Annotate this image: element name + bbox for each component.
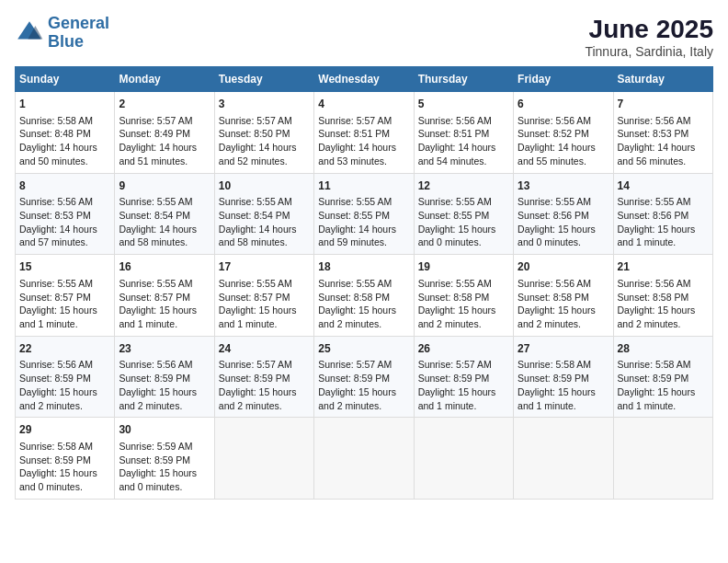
- day-number: 29: [19, 422, 110, 438]
- table-row: 10Sunrise: 5:55 AMSunset: 8:54 PMDayligh…: [214, 173, 313, 255]
- daylight-label: Daylight: 15 hours and 2 minutes.: [518, 304, 596, 329]
- sunset-label: Sunset: 8:59 PM: [119, 373, 190, 384]
- daylight-label: Daylight: 14 hours and 58 minutes.: [119, 224, 197, 248]
- table-row: [514, 418, 613, 500]
- sunrise-label: Sunrise: 5:56 AM: [518, 115, 591, 126]
- sunrise-label: Sunrise: 5:56 AM: [418, 115, 492, 126]
- sunset-label: Sunset: 8:53 PM: [19, 210, 91, 221]
- col-saturday: Saturday: [613, 67, 712, 92]
- table-row: 7Sunrise: 5:56 AMSunset: 8:53 PMDaylight…: [613, 92, 712, 174]
- day-number: 1: [19, 97, 110, 112]
- col-sunday: Sunday: [16, 67, 115, 92]
- sunset-label: Sunset: 8:58 PM: [518, 292, 589, 303]
- day-number: 22: [19, 341, 110, 357]
- sunrise-label: Sunrise: 5:57 AM: [219, 115, 292, 126]
- sunrise-label: Sunrise: 5:55 AM: [518, 196, 591, 207]
- sunset-label: Sunset: 8:59 PM: [418, 373, 490, 384]
- sunrise-label: Sunrise: 5:56 AM: [518, 278, 591, 289]
- sunset-label: Sunset: 8:59 PM: [19, 373, 91, 384]
- sunset-label: Sunset: 8:59 PM: [618, 373, 689, 384]
- calendar-row: 15Sunrise: 5:55 AMSunset: 8:57 PMDayligh…: [16, 255, 713, 337]
- sunrise-label: Sunrise: 5:57 AM: [318, 359, 392, 370]
- sunrise-label: Sunrise: 5:56 AM: [19, 196, 93, 207]
- logo-text: General Blue: [48, 15, 109, 52]
- sunset-label: Sunset: 8:59 PM: [119, 454, 190, 465]
- table-row: 3Sunrise: 5:57 AMSunset: 8:50 PMDaylight…: [214, 92, 313, 174]
- day-number: 21: [618, 259, 709, 275]
- col-friday: Friday: [514, 67, 613, 92]
- day-number: 6: [518, 97, 609, 112]
- sunrise-label: Sunrise: 5:55 AM: [219, 196, 292, 207]
- daylight-label: Daylight: 15 hours and 2 minutes.: [318, 304, 396, 329]
- table-row: 15Sunrise: 5:55 AMSunset: 8:57 PMDayligh…: [16, 255, 115, 337]
- day-number: 14: [618, 178, 709, 194]
- sunrise-label: Sunrise: 5:57 AM: [318, 115, 392, 126]
- day-number: 18: [318, 259, 409, 275]
- sunset-label: Sunset: 8:50 PM: [219, 128, 290, 139]
- table-row: 2Sunrise: 5:57 AMSunset: 8:49 PMDaylight…: [115, 92, 214, 174]
- table-row: 27Sunrise: 5:58 AMSunset: 8:59 PMDayligh…: [514, 336, 613, 418]
- calendar-header-row: Sunday Monday Tuesday Wednesday Thursday…: [16, 67, 713, 92]
- table-row: 9Sunrise: 5:55 AMSunset: 8:54 PMDaylight…: [115, 173, 214, 255]
- sunrise-label: Sunrise: 5:56 AM: [119, 359, 192, 370]
- logo-line2: Blue: [48, 32, 84, 51]
- day-number: 27: [518, 341, 609, 357]
- daylight-label: Daylight: 14 hours and 53 minutes.: [318, 142, 396, 167]
- table-row: 1Sunrise: 5:58 AMSunset: 8:48 PMDaylight…: [16, 92, 115, 174]
- daylight-label: Daylight: 15 hours and 0 minutes.: [119, 467, 197, 492]
- daylight-label: Daylight: 14 hours and 51 minutes.: [119, 142, 197, 167]
- day-number: 2: [119, 97, 210, 112]
- day-number: 10: [219, 178, 310, 194]
- sunset-label: Sunset: 8:51 PM: [318, 128, 390, 139]
- table-row: 5Sunrise: 5:56 AMSunset: 8:51 PMDaylight…: [414, 92, 513, 174]
- sunrise-label: Sunrise: 5:59 AM: [119, 441, 192, 452]
- sunset-label: Sunset: 8:58 PM: [418, 292, 490, 303]
- logo-icon: [15, 18, 44, 48]
- calendar-row: 8Sunrise: 5:56 AMSunset: 8:53 PMDaylight…: [16, 173, 713, 255]
- sunset-label: Sunset: 8:51 PM: [418, 128, 490, 139]
- sunset-label: Sunset: 8:56 PM: [518, 210, 589, 221]
- table-row: 21Sunrise: 5:56 AMSunset: 8:58 PMDayligh…: [613, 255, 712, 337]
- day-number: 7: [618, 97, 709, 112]
- sunset-label: Sunset: 8:59 PM: [518, 373, 589, 384]
- sunset-label: Sunset: 8:57 PM: [19, 292, 91, 303]
- daylight-label: Daylight: 15 hours and 1 minute.: [19, 304, 97, 329]
- daylight-label: Daylight: 15 hours and 1 minute.: [418, 386, 496, 411]
- day-number: 5: [418, 97, 509, 112]
- sunrise-label: Sunrise: 5:56 AM: [19, 359, 93, 370]
- daylight-label: Daylight: 15 hours and 1 minute.: [618, 386, 696, 411]
- table-row: 16Sunrise: 5:55 AMSunset: 8:57 PMDayligh…: [115, 255, 214, 337]
- table-row: 14Sunrise: 5:55 AMSunset: 8:56 PMDayligh…: [613, 173, 712, 255]
- sunrise-label: Sunrise: 5:58 AM: [618, 359, 691, 370]
- day-number: 13: [518, 178, 609, 194]
- sunset-label: Sunset: 8:54 PM: [119, 210, 190, 221]
- sunrise-label: Sunrise: 5:58 AM: [518, 359, 591, 370]
- sunset-label: Sunset: 8:59 PM: [219, 373, 290, 384]
- day-number: 23: [119, 341, 210, 357]
- daylight-label: Daylight: 15 hours and 2 minutes.: [618, 304, 696, 329]
- sunrise-label: Sunrise: 5:55 AM: [19, 278, 93, 289]
- title-block: June 2025 Tinnura, Sardinia, Italy: [585, 15, 713, 59]
- table-row: 25Sunrise: 5:57 AMSunset: 8:59 PMDayligh…: [314, 336, 414, 418]
- col-thursday: Thursday: [414, 67, 513, 92]
- sunrise-label: Sunrise: 5:56 AM: [618, 115, 691, 126]
- sunrise-label: Sunrise: 5:55 AM: [318, 196, 392, 207]
- table-row: 29Sunrise: 5:58 AMSunset: 8:59 PMDayligh…: [16, 418, 115, 500]
- sunrise-label: Sunrise: 5:58 AM: [19, 115, 93, 126]
- daylight-label: Daylight: 15 hours and 0 minutes.: [19, 467, 97, 492]
- col-monday: Monday: [115, 67, 214, 92]
- day-number: 9: [119, 178, 210, 194]
- table-row: 4Sunrise: 5:57 AMSunset: 8:51 PMDaylight…: [314, 92, 414, 174]
- table-row: [314, 418, 414, 500]
- daylight-label: Daylight: 15 hours and 2 minutes.: [219, 386, 297, 411]
- day-number: 17: [219, 259, 310, 275]
- daylight-label: Daylight: 15 hours and 2 minutes.: [418, 304, 496, 329]
- daylight-label: Daylight: 15 hours and 2 minutes.: [318, 386, 396, 411]
- sunrise-label: Sunrise: 5:55 AM: [318, 278, 392, 289]
- table-row: 28Sunrise: 5:58 AMSunset: 8:59 PMDayligh…: [613, 336, 712, 418]
- table-row: 18Sunrise: 5:55 AMSunset: 8:58 PMDayligh…: [314, 255, 414, 337]
- daylight-label: Daylight: 15 hours and 0 minutes.: [418, 224, 496, 248]
- sunset-label: Sunset: 8:53 PM: [618, 128, 689, 139]
- sunset-label: Sunset: 8:58 PM: [618, 292, 689, 303]
- sunrise-label: Sunrise: 5:57 AM: [418, 359, 492, 370]
